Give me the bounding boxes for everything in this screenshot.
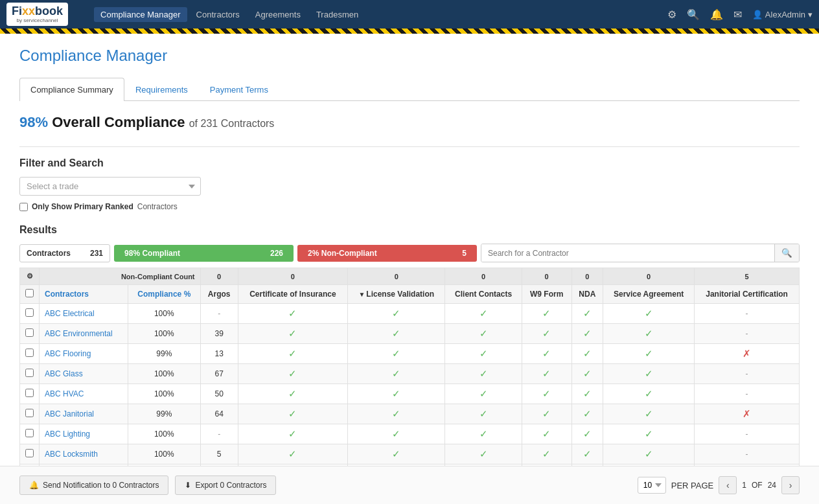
contractor-name-cell: ABC Environmental [40,324,128,344]
argos-cell: 64 [200,404,238,424]
nav-agreements[interactable]: Agreements [249,7,307,22]
gear-header[interactable]: ⚙ [20,268,40,285]
row-checkbox[interactable] [25,389,34,397]
check-icon: ✓ [288,308,297,319]
tab-compliance-summary[interactable]: Compliance Summary [19,78,124,101]
check-icon: ✓ [645,368,653,379]
row-checkbox[interactable] [25,308,34,317]
row-checkbox[interactable] [25,369,34,377]
contractor-search-button[interactable]: 🔍 [774,244,799,262]
contacts-cell: ✓ [445,304,522,324]
row-checkbox-cell[interactable] [20,304,40,324]
service-agreement-cell: ✓ [603,364,695,384]
nav-compliance-manager[interactable]: Compliance Manager [94,7,187,22]
row-checkbox[interactable] [25,409,34,417]
contractor-link[interactable]: ABC Flooring [45,349,91,358]
user-menu[interactable]: 👤 AlexAdmin ▾ [752,10,813,19]
select-all-header[interactable] [20,285,40,304]
contractor-link[interactable]: ABC Janitorial [45,409,94,418]
license-col-header: ▼License Validation [348,285,445,304]
nda-cell: ✓ [571,444,603,464]
contractor-link[interactable]: ABC HVAC [45,389,84,398]
argos-cell: 5 [200,444,238,464]
cell-value: 50 [214,389,223,398]
coi-cell: ✓ [238,344,347,364]
row-checkbox[interactable] [25,429,34,437]
export-button[interactable]: ⬇ Export 0 Contractors [175,475,276,495]
per-page-select[interactable]: 10 25 50 [638,477,666,494]
row-checkbox-cell[interactable] [20,424,40,444]
service-agreement-nc-count: 0 [603,268,695,285]
check-icon: ✓ [542,448,551,459]
prev-page-button[interactable]: ‹ [719,476,737,494]
check-icon: ✓ [583,308,592,319]
contractor-link[interactable]: ABC Lighting [45,430,90,439]
janitorial-cell: ✗ [695,404,800,424]
check-icon: ✓ [542,328,551,339]
row-checkbox-cell[interactable] [20,364,40,384]
logo[interactable]: Fixxbook by servicechannel [6,3,68,27]
compliance-pct-col-header[interactable]: Compliance % [128,285,201,304]
logo-sub: by servicechannel [16,18,58,24]
argos-cell: - [200,424,238,444]
janitorial-cell: - [695,304,800,324]
row-checkbox[interactable] [25,449,34,457]
argos-cell: 13 [200,344,238,364]
w9-cell: ✓ [522,324,571,344]
compliance-pct-cell: 99% [128,404,201,424]
table-row: ABC Lighting 100% - ✓ ✓ ✓ ✓ ✓ ✓ - [20,424,800,444]
tab-requirements[interactable]: Requirements [124,78,199,101]
contractor-link[interactable]: ABC Glass [45,369,83,378]
table-row: ABC Locksmith 100% 5 ✓ ✓ ✓ ✓ ✓ ✓ - [20,444,800,464]
contractor-search: 🔍 [481,244,800,262]
mail-icon[interactable]: ✉ [733,8,742,21]
bell-icon[interactable]: 🔔 [710,8,723,21]
table-row: ABC Electrical 100% - ✓ ✓ ✓ ✓ ✓ ✓ - [20,304,800,324]
send-notification-button[interactable]: 🔔 Send Notification to 0 Contractors [19,475,168,495]
row-checkbox-cell[interactable] [20,324,40,344]
check-icon: ✓ [542,388,551,399]
primary-ranked-checkbox[interactable] [19,203,28,211]
row-checkbox-cell[interactable] [20,444,40,464]
janitorial-cell: - [695,364,800,384]
check-icon: ✓ [288,348,297,359]
tab-payment-terms[interactable]: Payment Terms [199,78,279,101]
row-checkbox-cell[interactable] [20,344,40,364]
table-row: ABC Glass 100% 67 ✓ ✓ ✓ ✓ ✓ ✓ - [20,364,800,384]
row-checkbox-cell[interactable] [20,404,40,424]
nav-contractors[interactable]: Contractors [190,7,246,22]
coi-cell: ✓ [238,364,347,384]
row-checkbox[interactable] [25,328,34,337]
check-icon: ✓ [479,408,488,419]
license-cell: ✓ [348,344,445,364]
coi-nc-count: 0 [238,268,347,285]
check-icon: ✓ [583,348,592,359]
license-sort-icon[interactable]: ▼ [358,291,365,298]
next-page-button[interactable]: › [781,476,800,494]
check-icon: ✓ [645,428,653,439]
janitorial-col-header: Janitorial Certification [695,285,800,304]
row-checkbox[interactable] [25,349,34,357]
w9-cell: ✓ [522,304,571,324]
contractor-name-cell: ABC Lighting [40,424,128,444]
service-agreement-cell: ✓ [603,324,695,344]
nav-tradesmen[interactable]: Tradesmen [310,7,365,22]
table-row: ABC HVAC 100% 50 ✓ ✓ ✓ ✓ ✓ ✓ - [20,384,800,404]
row-checkbox-cell[interactable] [20,384,40,404]
contractor-search-input[interactable] [481,244,774,262]
check-icon: ✓ [392,428,400,439]
contractor-name-cell: ABC Locksmith [40,444,128,464]
settings-icon[interactable]: ⚙ [667,8,676,21]
argos-cell: 50 [200,384,238,404]
license-cell: ✓ [348,364,445,384]
contractor-link[interactable]: ABC Electrical [45,309,95,318]
tab-bar: Compliance Summary Requirements Payment … [19,78,800,101]
contractor-link[interactable]: ABC Environmental [45,329,113,338]
select-all-checkbox[interactable] [25,289,34,297]
search-icon[interactable]: 🔍 [687,8,700,21]
contractor-link[interactable]: ABC Locksmith [45,450,98,459]
trade-select[interactable]: Select a trade [19,177,201,196]
coi-col-header: Certificate of Insurance [238,285,347,304]
contractors-col-header[interactable]: Contractors [40,285,128,304]
compliance-pct-cell: 100% [128,424,201,444]
